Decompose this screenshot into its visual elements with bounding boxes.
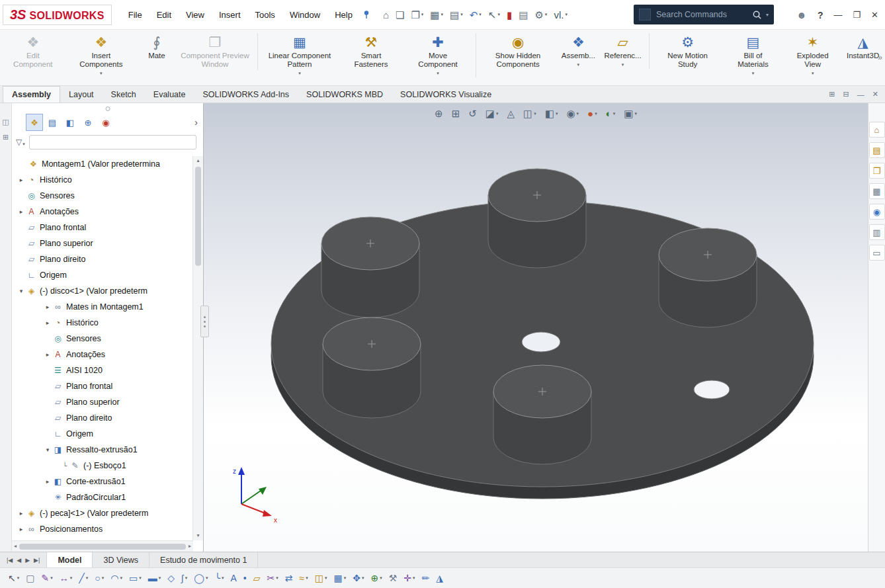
previous-tab-icon[interactable]: ◀ [15,557,22,564]
expand-arrow-icon[interactable]: ▸ [43,351,52,358]
toolbar-button[interactable]: ◮ [433,572,446,584]
tree-item[interactable]: ▸ ∞ Mates in Montagem1 [12,299,193,315]
toolbar-button[interactable]: vl. ▾ [550,8,571,22]
pin-icon[interactable] [362,10,370,19]
ribbon-button[interactable]: ▦ Linear Component Pattern ▾ [261,33,339,77]
toolbar-button[interactable]: ╰ ▾ [212,572,227,584]
tree-item[interactable]: ▾ ◈ (-) disco<1> (Valor predeterm [12,283,193,299]
search-input[interactable] [655,9,748,20]
dropdown-caret-icon[interactable]: ▾ [497,12,500,17]
toolbar-button[interactable]: ✎ ▾ [38,572,55,584]
graphics-area[interactable]: z x ⊕ ⊞ ↺ ◪ ▾ ◬ [204,103,868,552]
dropdown-caret-icon[interactable]: ▾ [222,575,224,581]
command-tab[interactable]: SOLIDWORKS Visualize [392,86,500,103]
command-tab[interactable]: Assembly [3,86,60,103]
view-tool-button[interactable]: ◫ ▾ [521,107,538,120]
expand-arrow-icon[interactable]: ▸ [17,510,26,517]
ribbon-button[interactable]: ❖ Edit Component [1,33,65,70]
view-tool-button[interactable]: ⊞ [450,107,462,120]
ribbon-button[interactable]: ◉ Show Hidden Components [479,33,557,70]
dropdown-caret-icon[interactable]: ▾ [595,111,597,116]
ribbon-button[interactable]: ▤ Bill of Materials ▾ [723,33,783,77]
dropdown-caret-icon[interactable]: ▾ [120,575,122,581]
dropdown-caret-icon[interactable]: ▾ [437,71,439,76]
featuremanager-tree-tab[interactable]: ❖ [26,114,42,130]
filter-input[interactable] [29,135,196,149]
view-tool-button[interactable]: ● ▾ [585,107,599,120]
menu-item[interactable]: Window [282,5,327,24]
toolbar-button[interactable]: ○ ▾ [92,572,106,584]
toolbar-button[interactable]: ❏ [392,8,407,22]
ribbon-button[interactable]: ❖ Assemb... ▾ [557,33,600,69]
toolbar-button[interactable]: • [241,572,249,584]
ribbon-button[interactable]: ✚ Move Component ▾ [403,33,476,77]
dimxpertmanager-tab[interactable]: ⊕ [80,114,96,130]
scrollbar-thumb[interactable] [19,544,186,550]
tree-item[interactable]: ◎ Sensores [12,188,193,204]
close-button[interactable]: ✕ [871,10,878,20]
panel-splitter-grip[interactable] [200,306,209,337]
tree-item[interactable]: ∟ Origem [12,426,193,442]
tree-item[interactable]: ∟ Origem [12,267,193,283]
toolbar-button[interactable]: A [228,572,239,584]
toolbar-button[interactable]: ▤ [515,8,531,22]
tree-item[interactable]: ▸ ◔ Histórico [12,315,193,331]
view-tool-button[interactable]: ◬ [505,107,517,120]
tree-item[interactable]: ◎ Sensores [12,331,193,347]
model-view[interactable]: z x [204,103,868,552]
dropdown-caret-icon[interactable]: ▾ [17,575,20,581]
split-pane-icon[interactable]: ⊞ [829,90,835,99]
command-tab[interactable]: Layout [60,86,103,103]
ribbon-button[interactable]: ▱ Referenc... ▾ [600,33,650,69]
tree-item[interactable]: ▱ Plano superior [12,394,193,410]
displaymanager-tab[interactable]: ◉ [98,114,114,130]
toolbar-button[interactable]: ▮ [503,8,515,22]
toolbar-button[interactable]: ▱ [251,572,263,584]
toolbar-button[interactable]: ▭ ▾ [126,572,144,584]
command-tab[interactable]: Evaluate [145,86,194,103]
boss-cylinder-4[interactable] [323,317,421,418]
dropdown-caret-icon[interactable]: ▾ [159,575,161,581]
expand-arrow-icon[interactable]: ▸ [43,304,52,310]
feature-pane-icon[interactable]: ⊞ [3,133,9,142]
dropdown-caret-icon[interactable]: ▾ [206,575,208,581]
file-explorer-icon[interactable]: ❐ [869,163,885,179]
menu-item[interactable]: Help [327,5,360,24]
solidworks-forum-icon[interactable]: ▭ [869,245,885,261]
tree-horizontal-scrollbar[interactable]: ◂ ▸ [12,540,193,552]
scrollbar-thumb[interactable] [195,167,201,266]
dropdown-caret-icon[interactable]: ▾ [634,111,637,116]
dropdown-caret-icon[interactable]: ▾ [100,71,103,76]
design-library-icon[interactable]: ▤ [869,142,885,158]
tree-item[interactable]: └ ✎ (-) Esboço1 [12,458,193,474]
dropdown-caret-icon[interactable]: ▾ [556,111,558,116]
minimize-button[interactable]: — [833,10,842,20]
tree-item[interactable]: ▸ A Anotações [12,204,193,220]
toolbar-button[interactable]: ↶ ▾ [466,8,485,22]
dropdown-caret-icon[interactable]: ▾ [139,575,142,581]
toolbar-button[interactable]: ▦ ▾ [331,572,349,584]
menu-item[interactable]: Edit [149,5,179,24]
close-document-icon[interactable]: ✕ [872,90,878,99]
orientation-triad[interactable]: z x [233,467,277,524]
tree-item[interactable]: ▸ A Anotações [12,347,193,362]
dropdown-caret-icon[interactable]: ▾ [577,111,579,116]
dropdown-caret-icon[interactable]: ▾ [306,575,308,581]
toolbar-button[interactable]: ╱ ▾ [76,572,91,584]
tree-item[interactable]: ▱ Plano direito [12,251,193,267]
configurationmanager-tab[interactable]: ◧ [62,114,78,130]
toolbar-button[interactable]: ◠ ▾ [108,572,125,584]
view-tool-button[interactable]: ◉ ▾ [564,107,581,120]
toolbar-button[interactable]: ✏ [419,572,433,584]
view-tool-button[interactable]: ◪ ▾ [484,107,501,120]
command-tab[interactable]: SOLIDWORKS Add-Ins [194,86,298,103]
toolbar-button[interactable]: ⇄ [282,572,296,584]
ribbon-button[interactable]: ⚙ New Motion Study [652,33,722,70]
ribbon-button[interactable]: ✶ Exploded View ▾ [783,33,842,77]
tree-item[interactable]: ▸ ◔ Histórico [12,172,193,188]
display-pane-icon[interactable]: ◫ [2,118,9,126]
boss-cylinder-3[interactable] [659,228,757,327]
document-tab[interactable]: Estudo de movimento 1 [149,552,258,567]
dropdown-caret-icon[interactable]: ▾ [86,575,89,581]
ribbon-button[interactable]: ❖ Insert Components ▾ [65,33,138,77]
